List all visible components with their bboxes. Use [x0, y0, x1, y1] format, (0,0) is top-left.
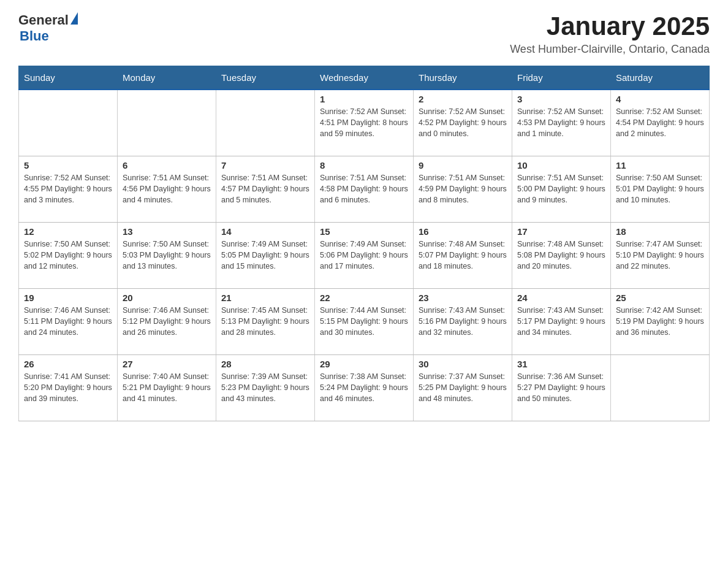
- calendar-cell: 8Sunrise: 7:51 AM Sunset: 4:58 PM Daylig…: [315, 156, 414, 222]
- calendar-cell: 27Sunrise: 7:40 AM Sunset: 5:21 PM Dayli…: [118, 354, 216, 421]
- calendar-cell: 25Sunrise: 7:42 AM Sunset: 5:19 PM Dayli…: [611, 288, 710, 354]
- day-number: 19: [24, 293, 112, 303]
- calendar-cell: 7Sunrise: 7:51 AM Sunset: 4:57 PM Daylig…: [216, 156, 315, 222]
- day-info: Sunrise: 7:51 AM Sunset: 4:59 PM Dayligh…: [419, 172, 507, 205]
- day-number: 31: [517, 359, 605, 369]
- week-row-1: 1Sunrise: 7:52 AM Sunset: 4:51 PM Daylig…: [19, 90, 710, 156]
- calendar-cell: [19, 90, 118, 156]
- calendar-cell: 2Sunrise: 7:52 AM Sunset: 4:52 PM Daylig…: [414, 90, 512, 156]
- day-info: Sunrise: 7:49 AM Sunset: 5:06 PM Dayligh…: [320, 239, 408, 272]
- day-info: Sunrise: 7:36 AM Sunset: 5:27 PM Dayligh…: [517, 371, 605, 404]
- calendar-cell: 22Sunrise: 7:44 AM Sunset: 5:15 PM Dayli…: [315, 288, 414, 354]
- day-info: Sunrise: 7:48 AM Sunset: 5:07 PM Dayligh…: [419, 239, 507, 272]
- calendar-cell: 20Sunrise: 7:46 AM Sunset: 5:12 PM Dayli…: [118, 288, 216, 354]
- day-number: 27: [123, 359, 211, 369]
- logo-line1: General: [18, 12, 78, 28]
- day-number: 30: [419, 359, 507, 369]
- calendar-cell: 3Sunrise: 7:52 AM Sunset: 4:53 PM Daylig…: [512, 90, 611, 156]
- day-number: 9: [419, 160, 507, 170]
- day-number: 21: [221, 293, 309, 303]
- day-info: Sunrise: 7:43 AM Sunset: 5:16 PM Dayligh…: [419, 305, 507, 338]
- day-number: 6: [123, 160, 211, 170]
- calendar-cell: 23Sunrise: 7:43 AM Sunset: 5:16 PM Dayli…: [414, 288, 512, 354]
- week-row-4: 19Sunrise: 7:46 AM Sunset: 5:11 PM Dayli…: [19, 288, 710, 354]
- day-info: Sunrise: 7:51 AM Sunset: 4:56 PM Dayligh…: [123, 172, 211, 205]
- header-thursday: Thursday: [414, 66, 512, 90]
- week-row-3: 12Sunrise: 7:50 AM Sunset: 5:02 PM Dayli…: [19, 222, 710, 288]
- header-wednesday: Wednesday: [315, 66, 414, 90]
- calendar-cell: [216, 90, 315, 156]
- header-sunday: Sunday: [19, 66, 118, 90]
- day-number: 18: [616, 226, 704, 237]
- calendar-cell: 4Sunrise: 7:52 AM Sunset: 4:54 PM Daylig…: [611, 90, 710, 156]
- calendar-header: SundayMondayTuesdayWednesdayThursdayFrid…: [19, 66, 710, 90]
- header-tuesday: Tuesday: [216, 66, 315, 90]
- title-area: January 2025 West Humber-Clairville, Ont…: [510, 12, 710, 56]
- day-number: 12: [24, 226, 112, 237]
- header-row: SundayMondayTuesdayWednesdayThursdayFrid…: [19, 66, 710, 90]
- calendar-cell: [611, 354, 710, 421]
- header-saturday: Saturday: [611, 66, 710, 90]
- calendar-cell: 10Sunrise: 7:51 AM Sunset: 5:00 PM Dayli…: [512, 156, 611, 222]
- day-info: Sunrise: 7:52 AM Sunset: 4:51 PM Dayligh…: [320, 106, 408, 139]
- calendar-cell: 30Sunrise: 7:37 AM Sunset: 5:25 PM Dayli…: [414, 354, 512, 421]
- calendar-cell: 28Sunrise: 7:39 AM Sunset: 5:23 PM Dayli…: [216, 354, 315, 421]
- day-info: Sunrise: 7:51 AM Sunset: 4:58 PM Dayligh…: [320, 172, 408, 205]
- day-number: 2: [419, 94, 507, 104]
- calendar-cell: 19Sunrise: 7:46 AM Sunset: 5:11 PM Dayli…: [19, 288, 118, 354]
- day-info: Sunrise: 7:50 AM Sunset: 5:03 PM Dayligh…: [123, 239, 211, 272]
- calendar-cell: 1Sunrise: 7:52 AM Sunset: 4:51 PM Daylig…: [315, 90, 414, 156]
- day-info: Sunrise: 7:41 AM Sunset: 5:20 PM Dayligh…: [24, 371, 112, 404]
- day-info: Sunrise: 7:47 AM Sunset: 5:10 PM Dayligh…: [616, 239, 704, 272]
- logo-general-text: General: [18, 12, 69, 28]
- day-number: 14: [221, 226, 309, 237]
- day-info: Sunrise: 7:43 AM Sunset: 5:17 PM Dayligh…: [517, 305, 605, 338]
- day-info: Sunrise: 7:39 AM Sunset: 5:23 PM Dayligh…: [221, 371, 309, 404]
- day-number: 28: [221, 359, 309, 369]
- logo-line2: Blue: [18, 28, 78, 44]
- month-title: January 2025: [510, 12, 710, 40]
- logo: General Blue: [18, 12, 78, 44]
- day-number: 7: [221, 160, 309, 170]
- day-number: 5: [24, 160, 112, 170]
- day-info: Sunrise: 7:49 AM Sunset: 5:05 PM Dayligh…: [221, 239, 309, 272]
- calendar-cell: 6Sunrise: 7:51 AM Sunset: 4:56 PM Daylig…: [118, 156, 216, 222]
- day-number: 1: [320, 94, 408, 104]
- page-header: General Blue January 2025 West Humber-Cl…: [18, 12, 710, 56]
- day-number: 13: [123, 226, 211, 237]
- logo-triangle-icon: [70, 12, 78, 25]
- day-info: Sunrise: 7:52 AM Sunset: 4:52 PM Dayligh…: [419, 106, 507, 139]
- day-number: 15: [320, 226, 408, 237]
- calendar-cell: 5Sunrise: 7:52 AM Sunset: 4:55 PM Daylig…: [19, 156, 118, 222]
- calendar-table: SundayMondayTuesdayWednesdayThursdayFrid…: [18, 66, 710, 421]
- calendar-cell: 21Sunrise: 7:45 AM Sunset: 5:13 PM Dayli…: [216, 288, 315, 354]
- header-monday: Monday: [118, 66, 216, 90]
- day-number: 25: [616, 293, 704, 303]
- day-info: Sunrise: 7:45 AM Sunset: 5:13 PM Dayligh…: [221, 305, 309, 338]
- location-title: West Humber-Clairville, Ontario, Canada: [510, 43, 710, 56]
- calendar-cell: 14Sunrise: 7:49 AM Sunset: 5:05 PM Dayli…: [216, 222, 315, 288]
- calendar-cell: 16Sunrise: 7:48 AM Sunset: 5:07 PM Dayli…: [414, 222, 512, 288]
- calendar-cell: [118, 90, 216, 156]
- calendar-cell: 24Sunrise: 7:43 AM Sunset: 5:17 PM Dayli…: [512, 288, 611, 354]
- week-row-2: 5Sunrise: 7:52 AM Sunset: 4:55 PM Daylig…: [19, 156, 710, 222]
- day-info: Sunrise: 7:46 AM Sunset: 5:12 PM Dayligh…: [123, 305, 211, 338]
- logo-blue-text: Blue: [20, 28, 49, 44]
- header-friday: Friday: [512, 66, 611, 90]
- day-number: 26: [24, 359, 112, 369]
- day-info: Sunrise: 7:50 AM Sunset: 5:02 PM Dayligh…: [24, 239, 112, 272]
- day-number: 11: [616, 160, 704, 170]
- day-info: Sunrise: 7:51 AM Sunset: 4:57 PM Dayligh…: [221, 172, 309, 205]
- calendar-cell: 15Sunrise: 7:49 AM Sunset: 5:06 PM Dayli…: [315, 222, 414, 288]
- day-info: Sunrise: 7:50 AM Sunset: 5:01 PM Dayligh…: [616, 172, 704, 205]
- day-number: 8: [320, 160, 408, 170]
- day-number: 17: [517, 226, 605, 237]
- day-info: Sunrise: 7:46 AM Sunset: 5:11 PM Dayligh…: [24, 305, 112, 338]
- calendar-cell: 31Sunrise: 7:36 AM Sunset: 5:27 PM Dayli…: [512, 354, 611, 421]
- calendar-cell: 17Sunrise: 7:48 AM Sunset: 5:08 PM Dayli…: [512, 222, 611, 288]
- calendar-body: 1Sunrise: 7:52 AM Sunset: 4:51 PM Daylig…: [19, 90, 710, 421]
- day-number: 3: [517, 94, 605, 104]
- day-number: 10: [517, 160, 605, 170]
- calendar-cell: 12Sunrise: 7:50 AM Sunset: 5:02 PM Dayli…: [19, 222, 118, 288]
- week-row-5: 26Sunrise: 7:41 AM Sunset: 5:20 PM Dayli…: [19, 354, 710, 421]
